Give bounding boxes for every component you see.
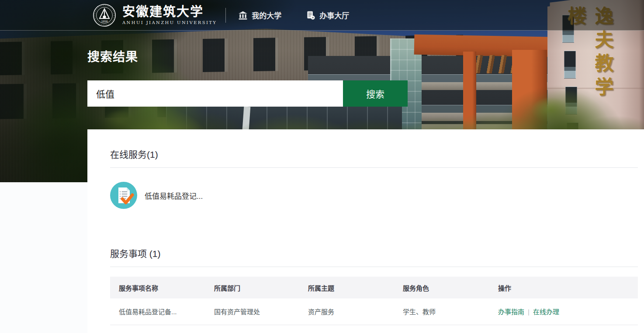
col-header-theme: 所属主题 [299,277,394,298]
col-header-actions: 操作 [489,277,638,298]
section-divider [110,167,638,168]
cell-department: 国有资产管理处 [205,298,299,325]
nav-service-hall[interactable]: 办事大厅 [306,10,349,21]
nav-my-university-label: 我的大学 [252,10,281,21]
col-header-department: 所属部门 [205,277,299,298]
university-seal-logo: 1958 [93,3,116,27]
online-service-item-label: 低值易耗品登记... [145,190,203,201]
nav-service-hall-label: 办事大厅 [319,10,349,21]
page: 逸夫教学楼 1958 安徽建筑大学 ANHUI JIANZHU UNIVERSI… [0,0,644,333]
svg-text:1958: 1958 [101,20,108,23]
col-header-role: 服务角色 [394,277,489,298]
online-handle-link[interactable]: 在线办理 [533,308,559,316]
cell-theme: 资产服务 [299,298,394,325]
cell-role: 学生、教师 [394,298,489,325]
nav-my-university[interactable]: 我的大学 [238,10,281,21]
col-header-name: 服务事项名称 [110,277,205,298]
cell-service-name: 低值易耗品登记备... [110,298,205,325]
top-navbar: 1958 安徽建筑大学 ANHUI JIANZHU UNIVERSITY 我的大… [0,0,644,31]
service-items-title: 服务事项 (1) [110,246,638,260]
cell-actions: 办事指南|在线办理 [489,298,638,325]
document-check-icon [110,182,137,209]
nav-divider [225,8,226,23]
results-panel: 在线服务(1) 低值易耗品登记... 服务事项 (1) [87,129,644,333]
guide-link[interactable]: 办事指南 [498,308,524,316]
online-service-item[interactable]: 低值易耗品登记... [110,182,294,209]
search-bar: 搜索 [87,80,408,107]
search-button[interactable]: 搜索 [343,80,408,107]
table-header-row: 服务事项名称 所属部门 所属主题 服务角色 操作 [110,277,638,298]
search-input[interactable] [87,80,343,107]
section-divider [110,267,638,267]
page-title: 搜索结果 [87,47,138,65]
service-items-table: 服务事项名称 所属部门 所属主题 服务角色 操作 低值易耗品登记备... 国有资… [110,277,638,325]
university-name-zh: 安徽建筑大学 [122,5,217,18]
service-hall-icon [306,10,315,20]
action-separator: | [528,308,530,316]
online-services-title: 在线服务(1) [110,129,638,160]
table-row: 低值易耗品登记备... 国有资产管理处 资产服务 学生、教师 办事指南|在线办理 [110,298,638,325]
university-name-en: ANHUI JIANZHU UNIVERSITY [122,20,217,25]
university-name: 安徽建筑大学 ANHUI JIANZHU UNIVERSITY [122,5,217,24]
bank-icon [238,10,248,20]
university-brand[interactable]: 1958 安徽建筑大学 ANHUI JIANZHU UNIVERSITY [93,3,217,27]
